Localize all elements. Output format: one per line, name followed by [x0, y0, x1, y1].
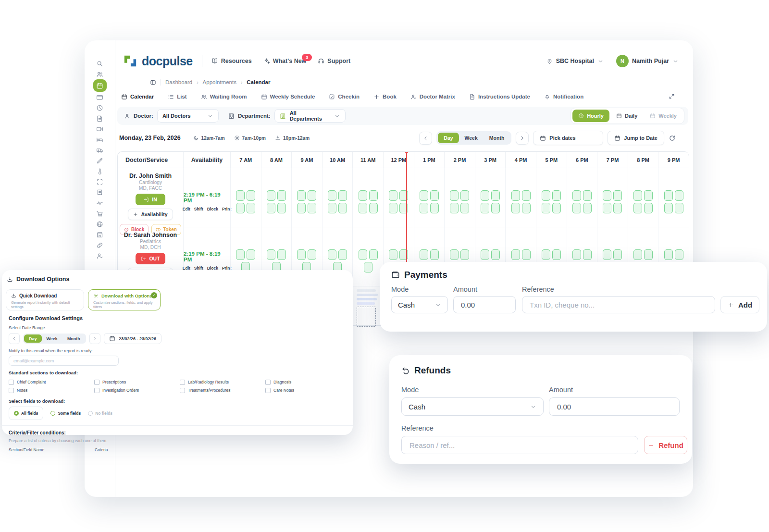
notify-email-input[interactable] [9, 356, 119, 366]
doctor-select[interactable]: All Doctors [157, 109, 219, 123]
add-availability-button[interactable]: Availability [128, 209, 173, 220]
appointment-slot[interactable] [308, 249, 316, 260]
sidebar-item-store-icon[interactable] [94, 231, 106, 238]
next-day-button[interactable] [516, 132, 529, 145]
appointment-slot[interactable] [522, 203, 531, 213]
appointment-slot[interactable] [236, 249, 245, 260]
appointment-slot[interactable] [633, 190, 642, 201]
appointment-slot[interactable] [338, 203, 347, 213]
appointment-slot[interactable] [603, 249, 611, 260]
appointment-slot[interactable] [613, 249, 622, 260]
sidebar-item-card-icon[interactable] [94, 93, 106, 101]
tab-list[interactable]: List [168, 94, 186, 100]
tab-calendar[interactable]: Calendar [121, 94, 154, 100]
sidebar-item-globe-icon[interactable] [94, 220, 106, 228]
appointment-slot[interactable] [613, 190, 622, 201]
appointment-slot[interactable] [572, 249, 581, 260]
appointment-slot[interactable] [613, 203, 622, 213]
appointment-slot[interactable] [359, 249, 367, 260]
range-month[interactable]: Month [62, 334, 85, 343]
next-range-button[interactable] [89, 333, 100, 344]
view-mode-daily[interactable]: Daily [610, 110, 643, 122]
appointment-slot[interactable] [297, 190, 306, 201]
department-select[interactable]: All Departments [274, 109, 346, 123]
range-week[interactable]: Week [459, 133, 484, 143]
appointment-slot[interactable] [481, 249, 489, 260]
appointment-slot[interactable] [450, 190, 459, 201]
appointment-slot[interactable] [675, 203, 683, 213]
appointment-slot[interactable] [420, 190, 428, 201]
appointment-slot[interactable] [481, 190, 489, 201]
appointment-slot[interactable] [297, 249, 306, 260]
sidebar-item-pen-icon[interactable] [94, 157, 106, 164]
appointment-slot[interactable] [277, 203, 286, 213]
appointment-slot[interactable] [644, 249, 653, 260]
download-with-options-card[interactable]: Download with Options Customize sections… [88, 289, 161, 310]
tab-doctor-matrix[interactable]: Doctor Matrix [410, 94, 455, 100]
brand-logo[interactable]: docpulse [123, 54, 193, 68]
range-month[interactable]: Month [484, 133, 510, 143]
appointment-slot[interactable] [644, 203, 653, 213]
refund-button[interactable]: Refund [644, 436, 687, 454]
appointment-slot[interactable] [420, 203, 428, 213]
appointment-slot[interactable] [542, 203, 550, 213]
appointment-slot[interactable] [267, 190, 275, 201]
appointment-slot[interactable] [664, 190, 673, 201]
appointment-slot[interactable] [583, 203, 592, 213]
appointment-slot[interactable] [236, 190, 245, 201]
refunds-mode-select[interactable]: Cash [401, 397, 544, 416]
appointment-slot[interactable] [511, 203, 520, 213]
appointment-slot[interactable] [369, 190, 378, 201]
appointment-slot[interactable] [450, 203, 459, 213]
appointment-slot[interactable] [369, 249, 378, 260]
date-range-value-button[interactable]: 23/02/26 - 23/02/26 [104, 333, 161, 344]
breadcrumb-item[interactable]: Appointments [203, 79, 236, 85]
appointment-slot[interactable] [328, 249, 336, 260]
appointment-slot[interactable] [430, 203, 439, 213]
appointment-slot[interactable] [364, 262, 372, 272]
hospital-selector[interactable]: SBC Hospital [546, 58, 604, 64]
appointment-slot[interactable] [277, 249, 286, 260]
jump-to-date-button[interactable]: Jump to Date [608, 131, 664, 145]
appointment-slot[interactable] [552, 190, 561, 201]
checkbox-care-notes[interactable]: Care Notes [265, 386, 351, 394]
appointment-slot[interactable] [664, 249, 673, 260]
appointment-slot[interactable] [491, 249, 500, 260]
sidebar-item-users-icon[interactable] [94, 70, 106, 78]
appointment-slot[interactable] [633, 249, 642, 260]
appointment-slot[interactable] [267, 249, 275, 260]
tab-book[interactable]: Book [373, 94, 397, 100]
appointment-slot[interactable] [644, 190, 653, 201]
payments-amount-input[interactable] [460, 300, 509, 309]
appointment-slot[interactable] [247, 190, 255, 201]
sidebar-item-clock-icon[interactable] [94, 104, 106, 111]
appointment-slot[interactable] [450, 249, 459, 260]
appointment-slot[interactable] [236, 203, 245, 213]
appointment-slot[interactable] [267, 203, 275, 213]
appointment-slot[interactable] [583, 249, 592, 260]
nav-link-resources[interactable]: Resources [211, 58, 252, 64]
sidebar-item-doctor-icon[interactable] [94, 252, 106, 260]
checkbox-chief-complaint[interactable]: Chief Complaint [9, 378, 94, 386]
appointment-slot[interactable] [583, 190, 592, 201]
refresh-icon[interactable] [669, 135, 676, 142]
sidebar-item-calendar-icon[interactable] [93, 79, 107, 92]
appointment-slot[interactable] [369, 203, 378, 213]
appointment-slot[interactable] [491, 203, 500, 213]
checkbox-treatments-procedures[interactable]: Treatments/Procedures [180, 386, 265, 394]
appointment-slot[interactable] [359, 203, 367, 213]
appointment-slot[interactable] [328, 190, 336, 201]
appointment-slot[interactable] [522, 190, 531, 201]
appointment-slot[interactable] [389, 203, 397, 213]
breadcrumb-item[interactable]: Calendar [247, 79, 270, 85]
sidebar-item-bed-icon[interactable] [94, 136, 106, 143]
appointment-slot[interactable] [542, 190, 550, 201]
appointment-slot[interactable] [247, 203, 255, 213]
appointment-slot[interactable] [308, 203, 316, 213]
appointment-slot[interactable] [572, 203, 581, 213]
radio-some-fields[interactable]: Some fields [50, 411, 81, 416]
appointment-slot[interactable] [297, 203, 306, 213]
range-week[interactable]: Week [42, 334, 62, 343]
availability-link-shift[interactable]: Shift [194, 207, 203, 211]
appointment-slot[interactable] [603, 203, 611, 213]
